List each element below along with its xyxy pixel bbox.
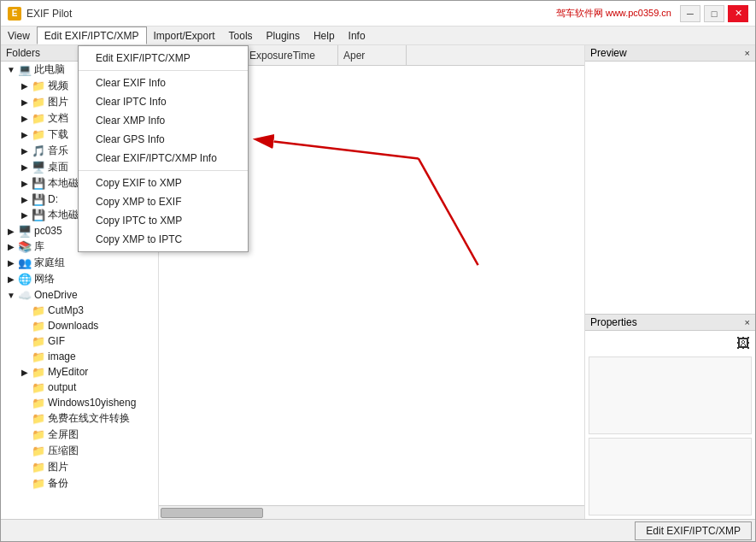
menu-help[interactable]: Help [307,27,342,44]
tree-label: 下载 [48,127,68,142]
folder-icon: 📁 [32,461,45,474]
tree-item-backup[interactable]: 📁 备份 [1,475,158,492]
folder-icon: 📁 [32,445,45,458]
watermark-text: 驾车软件网 www.pc0359.cn [556,7,671,20]
tree-label: 视频 [48,79,68,93]
tree-item-cutmp3[interactable]: 📁 CutMp3 [1,303,158,318]
tree-label: D: [48,193,58,205]
dropdown-item-edit[interactable]: Edit EXIF/IPTC/XMP [79,49,248,68]
tree-item-win10[interactable]: 📁 Windows10yisheng [1,395,158,410]
network-icon: 🌐 [18,273,32,286]
folder-icon: 📁 [32,380,45,394]
dropdown-item-clear-exif[interactable]: Clear EXIF Info [79,74,248,92]
dropdown-separator-2 [79,170,248,171]
menu-import-export[interactable]: Import/Export [147,27,222,44]
main-window: E EXIF Pilot 驾车软件网 www.pc0359.cn ─ □ ✕ V… [0,0,756,542]
disk-icon: 💾 [32,192,45,206]
folder-icon: 📁 [32,396,45,409]
tree-item-onedrive[interactable]: ▼ ☁️ OneDrive [1,287,158,303]
preview-label: Preview [590,47,627,59]
tree-item-network[interactable]: ▶ 🌐 网络 [1,271,158,287]
dropdown-item-clear-iptc[interactable]: Clear IPTC Info [79,92,248,111]
minimize-button[interactable]: ─ [680,5,700,22]
properties-header: Properties × [585,315,755,331]
menu-tools[interactable]: Tools [222,27,260,44]
tree-arrow: ▶ [4,227,18,236]
disk-icon: 💾 [32,177,45,191]
tree-label: 文档 [48,111,68,126]
library-icon: 📚 [18,240,32,254]
tree-item-myeditor[interactable]: ▶ 📁 MyEditor [1,364,158,380]
tree-label: pc035 [34,225,62,237]
menu-plugins[interactable]: Plugins [260,27,307,44]
tree-label: 图片 [48,95,68,109]
tree-arrow: ▶ [18,368,32,377]
dropdown-item-copy-xmp-iptc[interactable]: Copy XMP to IPTC [79,230,248,249]
tree-item-converter[interactable]: 📁 免费在线文件转换 [1,410,158,427]
properties-text-area [589,356,752,434]
tree-label: Windows10yisheng [48,397,136,409]
folder-icon: 📁 [32,477,45,491]
pc-icon: 💻 [18,63,32,77]
disk-icon: 💾 [32,209,45,222]
folder-icon: 📁 [32,365,45,379]
tree-item-compressed[interactable]: 📁 压缩图 [1,443,158,459]
preview-panel-header: Preview × [585,45,755,62]
folder-icon: 📁 [32,128,45,142]
tree-arrow: ▶ [18,179,32,188]
tree-label: MyEditor [48,366,88,378]
tree-label: OneDrive [34,289,78,301]
dropdown-item-copy-xmp-exif[interactable]: Copy XMP to EXIF [79,192,248,211]
tree-item-homegroup[interactable]: ▶ 👥 家庭组 [1,255,158,271]
tree-item-images2[interactable]: 📁 图片 [1,459,158,475]
dropdown-item-clear-gps[interactable]: Clear GPS Info [79,130,248,149]
dropdown-item-copy-iptc-xmp[interactable]: Copy IPTC to XMP [79,211,248,230]
bottom-bar: Edit EXIF/IPTC/XMP [1,519,755,541]
pc-icon: 🖥️ [18,224,32,238]
tree-label: 音乐 [48,144,68,158]
dropdown-item-copy-exif-xmp[interactable]: Copy EXIF to XMP [79,174,248,192]
dropdown-item-clear-xmp[interactable]: Clear XMP Info [79,111,248,130]
scrollbar-thumb[interactable] [161,508,263,518]
menu-edit-exif[interactable]: Edit EXIF/IPTC/XMP [37,27,147,44]
tree-arrow: ▶ [18,130,32,139]
preview-close-button[interactable]: × [745,48,750,58]
tree-arrow: ▶ [18,146,32,156]
close-button[interactable]: ✕ [728,5,748,22]
tree-label: 免费在线文件转换 [48,411,130,426]
property-icon: 🖼 [736,336,750,351]
tree-arrow: ▼ [4,291,18,300]
maximize-button[interactable]: □ [704,5,724,22]
folder-icon: 📁 [32,350,45,363]
col-exposure-time[interactable]: ExposureTime [244,45,338,65]
menu-view[interactable]: View [1,27,37,44]
tree-label: 家庭组 [34,256,65,270]
app-title: EXIF Pilot [26,8,556,20]
music-icon: 🎵 [32,144,45,158]
window-controls: ─ □ ✕ [680,5,748,22]
horizontal-scrollbar[interactable] [159,505,584,519]
tree-label: 此电脑 [34,62,65,77]
tree-item-fullscreen[interactable]: 📁 全屏图 [1,427,158,443]
tree-item-gif[interactable]: 📁 GIF [1,333,158,349]
folder-icon: 📁 [32,334,45,348]
homegroup-icon: 👥 [18,256,32,270]
dropdown-item-clear-all[interactable]: Clear EXIF/IPTC/XMP Info [79,149,248,168]
tree-item-downloads[interactable]: 📁 Downloads [1,318,158,333]
desktop-icon: 🖥️ [32,161,45,174]
tree-item-output[interactable]: 📁 output [1,380,158,395]
tree-item-image[interactable]: 📁 image [1,349,158,364]
properties-body: 🖼 [585,331,755,519]
properties-close-button[interactable]: × [745,317,750,327]
tree-arrow: ▶ [18,97,32,107]
tree-label: output [48,381,76,393]
tree-label: 库 [34,239,44,254]
tree-arrow: ▼ [4,65,18,74]
col-aperture[interactable]: Aper [338,45,407,65]
tree-arrow: ▶ [18,195,32,204]
menu-info[interactable]: Info [342,27,372,44]
tree-arrow: ▶ [18,210,32,220]
edit-exif-button[interactable]: Edit EXIF/IPTC/XMP [635,521,752,540]
tree-label: 压缩图 [48,444,79,458]
tree-arrow: ▶ [4,274,18,284]
